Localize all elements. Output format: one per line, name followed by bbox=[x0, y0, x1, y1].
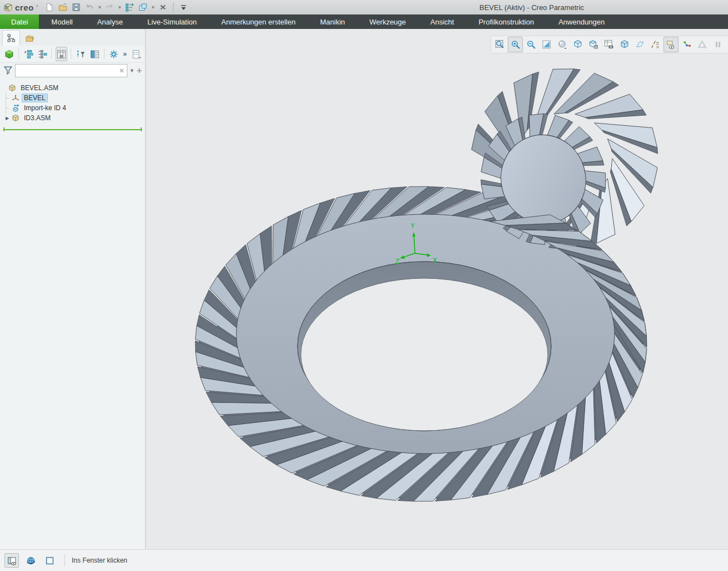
tree-filters-button[interactable] bbox=[75, 47, 87, 61]
zoom-in-button[interactable] bbox=[508, 37, 523, 52]
tab-ansicht[interactable]: Ansicht bbox=[418, 14, 467, 29]
new-file-button[interactable] bbox=[43, 1, 56, 13]
statusbar-icons bbox=[0, 553, 57, 568]
tree-item-label[interactable]: BEVEL bbox=[22, 94, 47, 102]
undo-icon bbox=[85, 3, 94, 12]
settings-gear-button[interactable] bbox=[108, 47, 120, 61]
web-browser-globe-button[interactable] bbox=[23, 553, 38, 568]
tab-datei[interactable]: Datei bbox=[0, 14, 39, 29]
statusbar-message: Ins Fenster klicken bbox=[72, 557, 127, 564]
tab-profilkonstruktion[interactable]: Profilkonstruktion bbox=[466, 14, 546, 29]
tab-anmerkungen-erstellen[interactable]: Anmerkungen erstellen bbox=[209, 14, 308, 29]
save-icon bbox=[72, 3, 81, 12]
web-browser-globe-icon bbox=[26, 556, 36, 565]
zoom-out-button[interactable] bbox=[523, 37, 538, 52]
redo-dropdown-caret[interactable]: ▼ bbox=[117, 1, 122, 13]
shading-style-button[interactable] bbox=[554, 37, 569, 52]
tab-anwendungen[interactable]: Anwendungen bbox=[546, 14, 617, 29]
collapse-all-icon bbox=[38, 50, 47, 59]
tree-format-icon bbox=[90, 50, 100, 59]
tree-connector bbox=[3, 103, 9, 113]
options-document-icon bbox=[131, 50, 141, 59]
show-display-cube-button[interactable] bbox=[3, 47, 15, 61]
tab-modell[interactable]: Modell bbox=[39, 14, 85, 29]
funnel-icon bbox=[3, 65, 13, 77]
datum-display-button[interactable] bbox=[648, 37, 663, 52]
overflow-chevrons-button[interactable]: » bbox=[122, 50, 128, 58]
plane-display-button[interactable] bbox=[632, 37, 647, 52]
tree-row[interactable]: BEVEL.ASM bbox=[0, 83, 145, 93]
datum-display-icon bbox=[651, 40, 661, 50]
customize-toolbar-button[interactable] bbox=[177, 1, 190, 13]
redo-button[interactable] bbox=[103, 1, 116, 13]
perspective-view-button[interactable] bbox=[617, 37, 632, 52]
customize-toolbar-icon bbox=[179, 3, 188, 12]
switch-windows-button[interactable] bbox=[137, 1, 149, 13]
open-file-button[interactable] bbox=[57, 1, 69, 13]
tab-werkzeuge[interactable]: Werkzeuge bbox=[357, 14, 418, 29]
tree-format-button[interactable] bbox=[89, 47, 101, 61]
graphics-viewport[interactable]: YZX bbox=[146, 29, 728, 550]
warnings-button[interactable] bbox=[695, 37, 710, 52]
tab-analyse[interactable]: Analyse bbox=[85, 14, 135, 29]
view-manager-button[interactable] bbox=[601, 37, 616, 52]
repaint-button[interactable] bbox=[539, 37, 554, 52]
resume-button[interactable] bbox=[726, 37, 728, 52]
pause-icon bbox=[713, 40, 723, 50]
undo-button[interactable] bbox=[83, 1, 96, 13]
settings-gear-icon bbox=[109, 50, 118, 59]
assembly-icon bbox=[11, 114, 20, 122]
shading-style-icon bbox=[557, 40, 567, 50]
warnings-icon bbox=[697, 40, 707, 50]
new-file-icon bbox=[45, 3, 54, 12]
folder-browser-tab[interactable] bbox=[21, 31, 38, 46]
expand-all-button[interactable] bbox=[23, 47, 34, 61]
quick-access-toolbar: ▼▼▼ bbox=[43, 1, 190, 13]
clear-filter-icon[interactable]: ✕ bbox=[119, 67, 127, 75]
tree-filters-icon bbox=[76, 50, 86, 59]
tab-manikin[interactable]: Manikin bbox=[308, 14, 357, 29]
model-tree-filter-row: ✕ ▼ + bbox=[0, 63, 145, 78]
saved-orientations-button[interactable] bbox=[586, 37, 601, 52]
spin-center-button[interactable] bbox=[679, 37, 694, 52]
close-window-icon bbox=[159, 3, 167, 12]
switch-windows-dropdown-caret[interactable]: ▼ bbox=[150, 1, 156, 13]
display-style-button[interactable] bbox=[570, 37, 585, 52]
tree-columns-button[interactable] bbox=[56, 47, 67, 61]
model-tree-tab[interactable] bbox=[2, 30, 20, 46]
options-document-button[interactable] bbox=[130, 47, 142, 61]
tree-item-label[interactable]: ID3.ASM bbox=[22, 114, 52, 122]
statusbar-separator bbox=[65, 554, 65, 567]
regenerate-button[interactable] bbox=[123, 1, 136, 13]
zoom-out-icon bbox=[526, 40, 536, 50]
pause-button[interactable] bbox=[710, 37, 725, 52]
filter-dropdown-caret[interactable]: ▼ bbox=[130, 68, 135, 73]
graphics-toolbar bbox=[491, 36, 728, 53]
save-button[interactable] bbox=[70, 1, 82, 13]
model-tree-icon bbox=[7, 33, 16, 43]
tree-row[interactable]: BEVEL bbox=[0, 93, 145, 103]
panel-toggle-button[interactable] bbox=[4, 553, 19, 568]
open-file-icon bbox=[58, 3, 67, 12]
close-window-button[interactable] bbox=[157, 1, 169, 13]
tree-row[interactable]: Import-ke ID 4 bbox=[0, 103, 145, 113]
collapse-all-button[interactable] bbox=[37, 47, 48, 61]
z-axis-label: Z bbox=[395, 258, 399, 265]
window-box-button[interactable] bbox=[42, 553, 57, 568]
saved-orientations-icon bbox=[588, 40, 598, 50]
tree-row[interactable]: ▶ID3.ASM bbox=[0, 113, 145, 123]
zoom-fit-button[interactable] bbox=[492, 37, 507, 52]
add-filter-button[interactable]: + bbox=[137, 66, 142, 76]
insertion-point-line[interactable] bbox=[3, 127, 142, 131]
annotation-display-button[interactable] bbox=[663, 37, 679, 52]
bevel-gear-model[interactable]: YZX bbox=[146, 29, 728, 550]
tree-item-label[interactable]: Import-ke ID 4 bbox=[22, 104, 68, 112]
model-tree-filter-input[interactable] bbox=[16, 66, 119, 76]
tree-item-label[interactable]: BEVEL.ASM bbox=[19, 84, 60, 92]
tab-live-simulation[interactable]: Live-Simulation bbox=[135, 14, 209, 29]
repaint-icon bbox=[542, 40, 552, 50]
undo-dropdown-caret[interactable]: ▼ bbox=[97, 1, 102, 13]
expand-arrow-icon[interactable]: ▶ bbox=[3, 116, 11, 121]
zoom-fit-icon bbox=[495, 40, 505, 50]
statusbar: Ins Fenster klicken bbox=[0, 549, 728, 571]
